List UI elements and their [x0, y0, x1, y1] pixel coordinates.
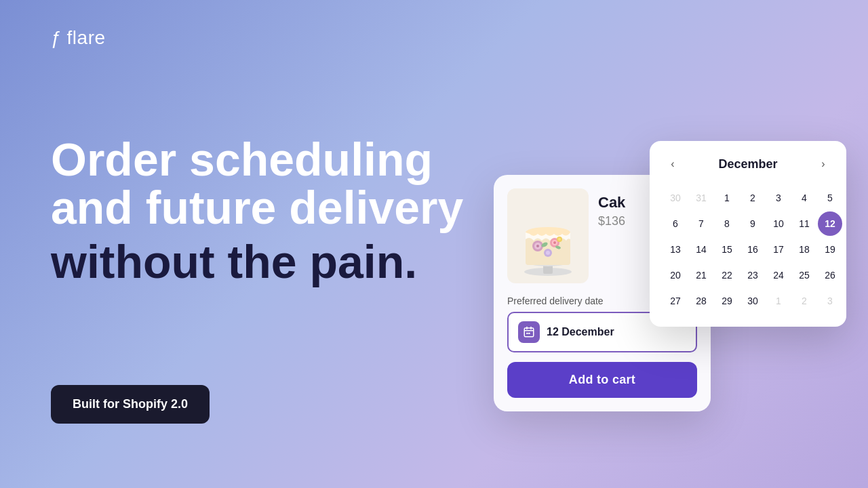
calendar-day[interactable]: 2 [741, 186, 765, 210]
calendar-day[interactable]: 30 [741, 289, 765, 313]
calendar-day[interactable]: 21 [689, 263, 713, 287]
calendar-day[interactable]: 8 [715, 211, 739, 236]
svg-rect-17 [524, 328, 534, 337]
svg-point-12 [546, 251, 550, 255]
calendar-day[interactable]: 19 [818, 237, 842, 262]
svg-point-16 [558, 238, 561, 241]
calendar-day[interactable]: 22 [715, 263, 739, 287]
calendar-day[interactable]: 28 [689, 289, 713, 313]
calendar-day[interactable]: 15 [715, 237, 739, 262]
calendar-day[interactable]: 11 [792, 211, 816, 236]
calendar-day[interactable]: 10 [766, 211, 791, 236]
svg-rect-22 [528, 333, 530, 334]
calendar-day[interactable]: 13 [663, 237, 688, 262]
calendar-grid: 3031123456789101112131415161718192021222… [663, 186, 833, 313]
calendar-day[interactable]: 1 [766, 289, 791, 313]
calendar-day[interactable]: 4 [792, 186, 816, 210]
calendar-day[interactable]: 14 [689, 237, 713, 262]
calendar-day[interactable]: 27 [663, 289, 688, 313]
calendar-day[interactable]: 23 [741, 263, 765, 287]
calendar-day[interactable]: 25 [792, 263, 816, 287]
product-name: Cak [598, 194, 625, 211]
calendar-day[interactable]: 17 [766, 237, 791, 262]
add-to-cart-button[interactable]: Add to cart [507, 362, 697, 398]
logo-icon: ƒ [51, 28, 62, 47]
shopify-badge: Built for Shopify 2.0 [51, 385, 210, 424]
calendar-day[interactable]: 24 [766, 263, 791, 287]
calendar-day[interactable]: 26 [818, 263, 842, 287]
cake-image [507, 188, 589, 283]
calendar-day[interactable]: 18 [792, 237, 816, 262]
calendar-day[interactable]: 2 [792, 289, 816, 313]
calendar-header: ‹ December › [663, 155, 833, 174]
headline-line1: Order scheduling and future delivery [51, 136, 471, 232]
calendar-day[interactable]: 16 [741, 237, 765, 262]
svg-point-7 [536, 245, 539, 247]
calendar-prev-button[interactable]: ‹ [663, 155, 682, 174]
svg-rect-21 [526, 333, 528, 334]
calendar-month: December [718, 157, 777, 171]
calendar-svg [523, 326, 535, 338]
calendar-day[interactable]: 12 [818, 211, 842, 236]
calendar-day[interactable]: 29 [715, 289, 739, 313]
calendar-day[interactable]: 30 [663, 186, 688, 210]
calendar-day[interactable]: 5 [818, 186, 842, 210]
cake-illustration [511, 192, 585, 280]
calendar-day[interactable]: 3 [766, 186, 791, 210]
calendar-day[interactable]: 20 [663, 263, 688, 287]
product-price: $136 [598, 214, 625, 228]
calendar-day[interactable]: 3 [818, 289, 842, 313]
headline-line3: without the pain. [51, 238, 471, 286]
headline: Order scheduling and future delivery wit… [51, 136, 471, 286]
logo-text: flare [67, 27, 106, 49]
calendar-popup: ‹ December › 303112345678910111213141516… [650, 141, 846, 327]
calendar-day[interactable]: 31 [689, 186, 713, 210]
calendar-next-button[interactable]: › [814, 155, 833, 174]
logo: ƒ flare [51, 27, 106, 49]
svg-point-10 [553, 241, 556, 244]
calendar-day[interactable]: 7 [689, 211, 713, 236]
product-info: Cak $136 [598, 188, 625, 228]
calendar-day[interactable]: 1 [715, 186, 739, 210]
calendar-icon [518, 321, 540, 343]
calendar-day[interactable]: 9 [741, 211, 765, 236]
date-value: 12 December [547, 326, 614, 338]
calendar-day[interactable]: 6 [663, 211, 688, 236]
